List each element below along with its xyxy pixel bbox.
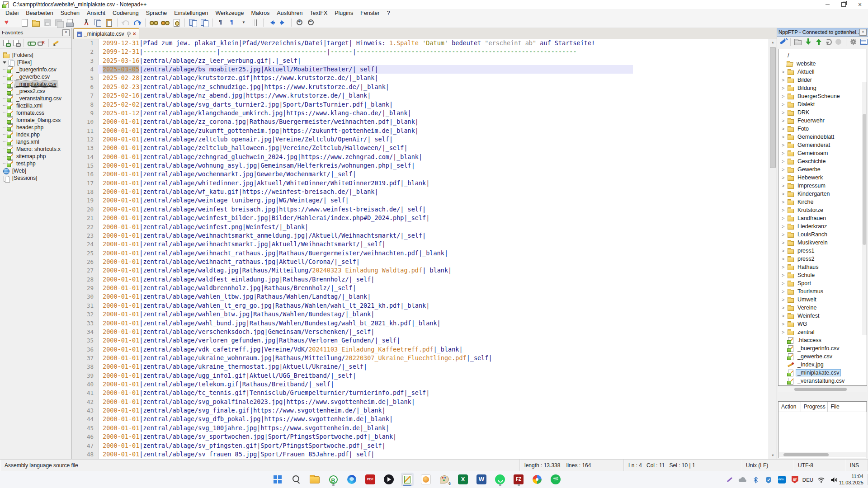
scroll-up-icon[interactable]: ▲	[769, 39, 777, 46]
taskbar-app-media-player[interactable]	[382, 473, 395, 486]
chevron-right-icon[interactable]: >	[782, 133, 787, 141]
remote-item-drk[interactable]: >DRK	[778, 108, 867, 117]
remote-item-foto[interactable]: >Foto	[778, 125, 867, 133]
chevron-right-icon[interactable]: >	[782, 287, 787, 296]
tray-dell-icon[interactable]: DELL	[778, 476, 786, 484]
editor-vertical-scrollbar[interactable]: ▲ ▼	[769, 39, 777, 459]
taskbar-app-google-photos[interactable]	[531, 473, 543, 486]
remote-item-aktuell[interactable]: >Aktuell	[778, 68, 867, 76]
chevron-right-icon[interactable]: >	[782, 149, 787, 157]
remote-item-tourismus[interactable]: >Tourismus	[778, 287, 867, 296]
indent-guide-icon[interactable]	[250, 18, 260, 28]
tab-close-icon[interactable]: ×	[133, 31, 136, 37]
favorites-item-folders[interactable]: [Folders]	[0, 52, 71, 59]
menu-item-textfx[interactable]: TextFX	[306, 9, 331, 17]
remote-item-feuerwehr[interactable]: >Feuerwehr	[778, 117, 867, 125]
show-all-chars-icon[interactable]	[216, 18, 226, 28]
ftp-abort-icon[interactable]	[834, 37, 843, 47]
menu-item-plugins[interactable]: Plugins	[331, 9, 357, 17]
ftp-messages-icon[interactable]	[859, 37, 868, 47]
remote-file-tree[interactable]: /website>Aktuell>Bilder>Bildung>BuergerS…	[778, 49, 867, 386]
favorites-item-formate-css[interactable]: formate.css	[0, 109, 71, 117]
favorites-item-formate-0lang-css[interactable]: formate_0lang.css	[0, 117, 71, 124]
chevron-right-icon[interactable]: >	[782, 247, 787, 255]
remote-item-krutstorze[interactable]: >Krutstorze	[778, 206, 867, 214]
remote-item-gewerbe-csv[interactable]: _gewerbe.csv	[778, 352, 867, 361]
ftp-download-icon[interactable]	[803, 37, 812, 47]
favorites-item-miniplakate-csv[interactable]: _miniplakate.csv	[0, 80, 71, 88]
chevron-right-icon[interactable]: >	[782, 157, 787, 165]
remote-item-gemeindeblatt[interactable]: >Gemeindeblatt	[778, 133, 867, 141]
taskbar-app-search[interactable]	[290, 473, 302, 486]
chevron-right-icon[interactable]: >	[782, 125, 787, 133]
remote-item-gemeinsam[interactable]: >Gemeinsam	[778, 149, 867, 157]
menu-item-werkzeuge[interactable]: Werkzeuge	[212, 9, 247, 17]
chevron-right-icon[interactable]: >	[782, 206, 787, 214]
chevron-right-icon[interactable]: >	[782, 214, 787, 222]
ftp-vertical-scrollbar[interactable]	[862, 82, 867, 335]
remote-item-vereine[interactable]: >Vereine	[778, 304, 867, 312]
menu-item-codierung[interactable]: Codierung	[109, 9, 142, 17]
remote-item-schule[interactable]: >Schule	[778, 271, 867, 279]
tray-pen-icon[interactable]	[725, 476, 733, 484]
remote-item-wg[interactable]: >WG	[778, 320, 867, 328]
chevron-right-icon[interactable]: >	[782, 320, 787, 328]
chevron-right-icon[interactable]: >	[782, 68, 787, 76]
remote-item-buergerscheune[interactable]: >BuergerScheune	[778, 92, 867, 100]
fav-link-doc-icon[interactable]	[12, 38, 21, 47]
tray-wifi-icon[interactable]	[817, 476, 825, 484]
scroll-down-icon[interactable]: ▼	[769, 452, 777, 459]
save-all-icon[interactable]	[53, 18, 63, 28]
chevron-right-icon[interactable]: >	[782, 222, 787, 230]
ftp-settings-icon[interactable]	[849, 37, 858, 47]
chevron-right-icon[interactable]: >	[782, 100, 787, 108]
favorites-close-icon[interactable]: ×	[62, 29, 70, 36]
favorites-item-macro-shortcuts-x[interactable]: Macro: shortcuts.x	[0, 145, 71, 153]
chevron-right-icon[interactable]: >	[782, 141, 787, 149]
redo-icon[interactable]	[132, 18, 142, 28]
taskbar-app-whatsapp[interactable]	[494, 473, 506, 486]
chevron-right-icon[interactable]: >	[782, 165, 787, 174]
chevron-right-icon[interactable]: >	[782, 198, 787, 206]
fav-edit-icon[interactable]	[52, 38, 61, 47]
paste-icon[interactable]	[104, 18, 114, 28]
remote-item-gemeinderat[interactable]: >Gemeinderat	[778, 141, 867, 149]
remote-item-musikverein[interactable]: >Musikverein	[778, 239, 867, 247]
chevron-right-icon[interactable]: >	[782, 304, 787, 312]
restore-icon[interactable]	[835, 0, 852, 9]
remote-item-buergerinfo-csv[interactable]: _buergerinfo.csv	[778, 344, 867, 352]
taskbar-app-excel[interactable]: X	[457, 473, 469, 486]
show-eol-icon[interactable]	[227, 18, 237, 28]
menu-item-sprache[interactable]: Sprache	[142, 9, 171, 17]
taskbar-clock[interactable]: 11:0411.03.2025	[839, 473, 863, 486]
chevron-right-icon[interactable]: >	[782, 328, 787, 336]
replace-icon[interactable]	[160, 18, 170, 28]
find-icon[interactable]	[149, 18, 159, 28]
favorite-icon[interactable]	[3, 18, 13, 28]
taskbar-app-word[interactable]: W	[475, 473, 488, 486]
chevron-right-icon[interactable]: >	[782, 312, 787, 320]
chevron-right-icon[interactable]: >	[782, 117, 787, 125]
remote-item-dialekt[interactable]: >Dialekt	[778, 100, 867, 108]
remote-item-miniplakate-csv[interactable]: _miniplakate.csv	[778, 369, 867, 377]
remote-item-geschichte[interactable]: >Geschichte	[778, 157, 867, 165]
zoom-in-icon[interactable]	[295, 18, 305, 28]
remote-item-sport[interactable]: >Sport	[778, 279, 867, 287]
menu-item-ausf-hren[interactable]: Ausführen	[273, 9, 306, 17]
remote-item-umwelt[interactable]: >Umwelt	[778, 296, 867, 304]
favorites-item-langs-xml[interactable]: langs.xml	[0, 138, 71, 145]
chevron-right-icon[interactable]: >	[782, 239, 787, 247]
favorites-item-index-php[interactable]: index.php	[0, 131, 71, 138]
find-in-files-icon[interactable]	[171, 18, 181, 28]
remote-item-press2[interactable]: >press2	[778, 255, 867, 263]
favorites-item-sessions[interactable]: [Sessions]	[0, 174, 71, 182]
minimize-icon[interactable]	[819, 0, 835, 9]
show-dropdown-icon[interactable]	[239, 18, 249, 28]
taskbar-app-powerdvd[interactable]	[420, 473, 432, 486]
scrollbar-thumb[interactable]	[783, 453, 829, 456]
scrollbar-thumb[interactable]	[770, 47, 776, 168]
tray-cloud-icon[interactable]	[738, 476, 746, 484]
remote-item-zentral[interactable]: >zentral	[778, 328, 867, 336]
remote-item-bilder[interactable]: >Bilder	[778, 76, 867, 84]
favorites-item-sitemap-php[interactable]: sitemap.php	[0, 153, 71, 160]
